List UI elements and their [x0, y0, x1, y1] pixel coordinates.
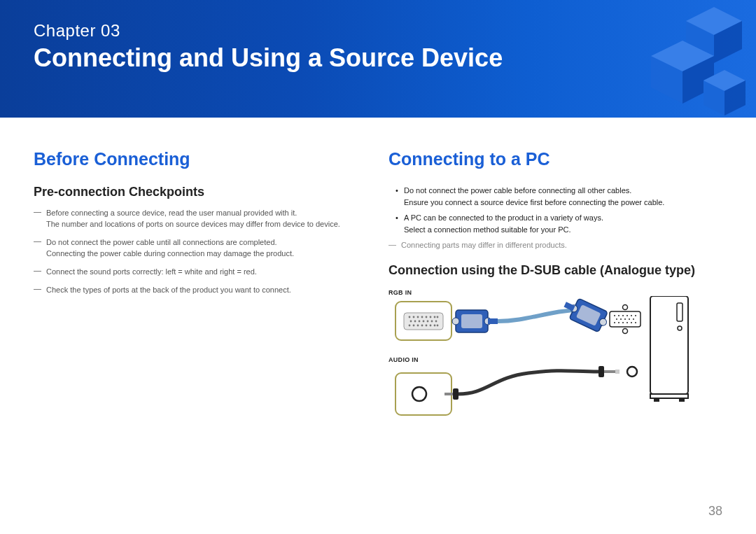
- list-item: A PC can be connected to the product in …: [388, 212, 722, 235]
- connection-diagram-svg: [388, 296, 710, 436]
- svg-point-50: [631, 315, 632, 316]
- list-text: Do not connect the power cable before co…: [404, 186, 631, 195]
- audio-in-label: AUDIO IN: [388, 356, 722, 363]
- svg-point-51: [635, 315, 636, 316]
- svg-point-65: [412, 387, 426, 401]
- svg-point-62: [635, 322, 636, 323]
- svg-point-11: [409, 316, 411, 318]
- svg-point-33: [437, 325, 439, 327]
- svg-point-61: [631, 322, 632, 323]
- list-text: Do not connect the power cable until all…: [46, 237, 368, 248]
- rgb-in-label: RGB IN: [388, 289, 722, 296]
- list-text: The number and locations of ports on sou…: [46, 219, 368, 230]
- svg-point-55: [629, 318, 630, 320]
- connecting-parts-note: Connecting parts may differ in different…: [388, 241, 722, 249]
- list-text: Before connecting a source device, read …: [46, 208, 368, 219]
- svg-point-44: [623, 305, 628, 310]
- checkpoints-list: Before connecting a source device, read …: [34, 208, 368, 296]
- svg-point-19: [410, 321, 412, 323]
- svg-point-31: [430, 325, 432, 327]
- preconnection-checkpoints-heading: Pre-connection Checkpoints: [34, 185, 368, 199]
- list-text: Ensure you connect a source device first…: [404, 198, 664, 206]
- svg-point-18: [437, 316, 439, 318]
- page-number: 38: [708, 504, 722, 519]
- list-text: Check the types of ports at the back of …: [46, 285, 368, 296]
- svg-rect-66: [453, 388, 458, 400]
- svg-point-52: [616, 318, 617, 320]
- content-area: Before Connecting Pre-connection Checkpo…: [0, 118, 756, 446]
- svg-point-36: [452, 318, 459, 325]
- svg-rect-76: [654, 398, 659, 402]
- svg-rect-75: [650, 394, 688, 398]
- dsub-connection-heading: Connection using the D-SUB cable (Analog…: [388, 263, 722, 278]
- svg-point-20: [414, 321, 416, 323]
- left-column: Before Connecting Pre-connection Checkpo…: [34, 149, 368, 446]
- svg-rect-38: [488, 318, 498, 324]
- svg-point-47: [618, 315, 620, 316]
- list-text: Connecting the power cable during connec…: [46, 248, 368, 260]
- svg-point-71: [627, 367, 637, 377]
- svg-point-49: [626, 315, 628, 316]
- svg-rect-77: [679, 398, 685, 402]
- svg-rect-64: [396, 373, 451, 415]
- svg-point-16: [430, 316, 432, 318]
- svg-point-56: [633, 318, 634, 320]
- svg-point-25: [435, 321, 438, 323]
- svg-rect-69: [604, 370, 615, 373]
- svg-rect-35: [461, 314, 482, 328]
- chapter-banner: Chapter 03 Connecting and Using a Source…: [0, 0, 756, 118]
- svg-point-60: [626, 322, 628, 323]
- svg-point-27: [413, 325, 415, 327]
- connecting-pc-heading: Connecting to a PC: [388, 149, 722, 169]
- svg-point-63: [623, 329, 628, 334]
- svg-point-46: [614, 315, 615, 316]
- svg-point-29: [421, 325, 424, 327]
- connection-diagram: RGB IN: [388, 289, 722, 446]
- list-text: Connect the sound ports correctly: left …: [46, 267, 368, 278]
- list-text: Select a connection method suitable for …: [404, 225, 570, 234]
- svg-point-53: [620, 318, 622, 320]
- svg-point-59: [622, 322, 624, 323]
- banner-cubes-graphic: [567, 0, 749, 118]
- svg-point-58: [618, 322, 620, 323]
- list-item: Do not connect the power cable until all…: [34, 237, 368, 260]
- svg-point-17: [434, 316, 436, 318]
- svg-point-26: [409, 325, 411, 327]
- svg-rect-68: [598, 366, 604, 377]
- list-item: Check the types of ports at the back of …: [34, 285, 368, 296]
- list-item: Before connecting a source device, read …: [34, 208, 368, 230]
- svg-point-30: [426, 325, 428, 327]
- list-text: A PC can be connected to the product in …: [404, 213, 603, 222]
- svg-point-22: [423, 321, 425, 323]
- svg-point-48: [622, 315, 624, 316]
- svg-point-28: [417, 325, 419, 327]
- svg-point-32: [434, 325, 436, 327]
- svg-point-57: [614, 322, 615, 323]
- right-column: Connecting to a PC Do not connect the po…: [388, 149, 722, 446]
- svg-rect-70: [615, 370, 620, 374]
- pc-bullets: Do not connect the power cable before co…: [388, 185, 722, 235]
- list-item: Connect the sound ports correctly: left …: [34, 267, 368, 278]
- svg-point-13: [417, 316, 419, 318]
- svg-point-21: [419, 321, 421, 323]
- list-item: Do not connect the power cable before co…: [388, 185, 722, 208]
- before-connecting-heading: Before Connecting: [34, 149, 368, 169]
- svg-point-12: [413, 316, 415, 318]
- svg-point-24: [431, 321, 433, 323]
- svg-point-54: [624, 318, 626, 320]
- svg-point-15: [426, 316, 428, 318]
- svg-point-23: [427, 321, 429, 323]
- svg-rect-67: [444, 393, 453, 395]
- svg-point-14: [421, 316, 424, 318]
